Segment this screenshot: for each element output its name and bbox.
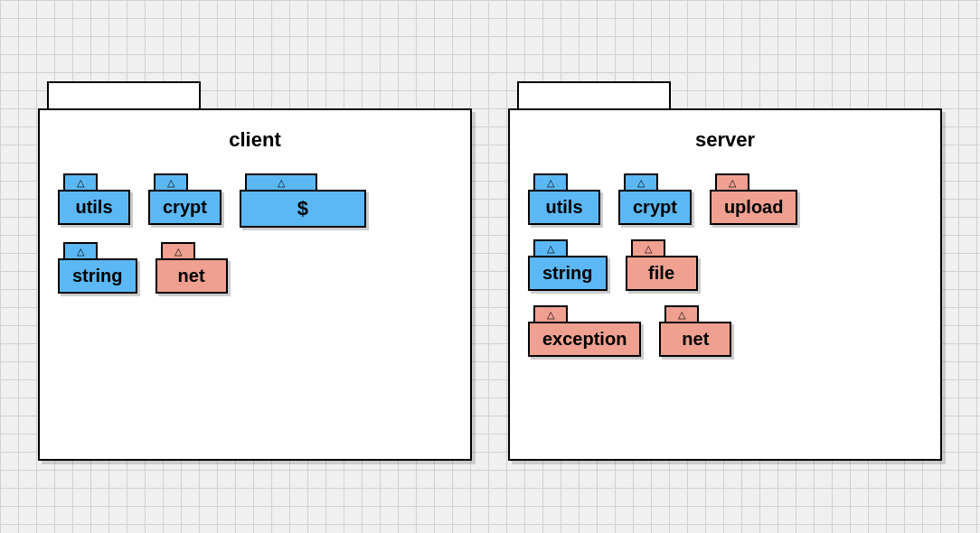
client-module-crypt-tab xyxy=(154,173,188,190)
server-package-title: server xyxy=(528,128,922,152)
server-module-file: file xyxy=(626,239,698,291)
client-module-net-body: net xyxy=(155,258,228,294)
server-module-net-body: net xyxy=(659,322,731,357)
client-module-utils-body: utils xyxy=(58,190,130,225)
server-package-tab xyxy=(517,81,671,108)
client-module-utils: utils xyxy=(58,173,130,225)
client-module-string: string xyxy=(58,242,137,294)
client-module-utils-tab xyxy=(63,173,98,190)
server-module-string: string xyxy=(528,239,608,291)
server-module-crypt-tab xyxy=(624,173,658,190)
server-module-utils-body: utils xyxy=(528,190,600,225)
client-package-title: client xyxy=(58,128,452,152)
server-module-upload: upload xyxy=(710,173,798,225)
server-module-crypt-body: crypt xyxy=(618,190,692,225)
server-module-upload-tab xyxy=(715,173,749,190)
server-module-exception-body: exception xyxy=(528,322,641,357)
server-modules-grid: utils crypt upload string xyxy=(528,173,922,357)
client-row-0: utils crypt $ xyxy=(58,173,452,228)
diagram-container: client utils crypt $ xyxy=(38,81,942,461)
client-module-net-tab xyxy=(161,242,195,258)
server-row-1: string file xyxy=(528,239,922,291)
client-package-tab xyxy=(47,81,201,108)
server-module-file-tab xyxy=(631,239,665,256)
client-module-dollar-body: $ xyxy=(240,190,366,228)
client-package: client utils crypt $ xyxy=(38,81,472,461)
server-package-box: server utils crypt upload xyxy=(508,108,942,461)
server-module-upload-body: upload xyxy=(710,190,798,225)
server-module-exception: exception xyxy=(528,305,641,357)
client-package-box: client utils crypt $ xyxy=(38,108,472,461)
client-row-1: string net xyxy=(58,242,452,294)
client-module-string-body: string xyxy=(58,258,137,294)
client-modules-grid: utils crypt $ string xyxy=(58,173,452,294)
server-module-net-tab xyxy=(664,305,699,322)
server-module-string-body: string xyxy=(528,256,608,291)
server-row-2: exception net xyxy=(528,305,922,357)
server-package: server utils crypt upload xyxy=(508,81,942,461)
client-module-dollar-tab xyxy=(245,173,317,190)
server-module-utils-tab xyxy=(533,173,568,190)
client-module-net: net xyxy=(155,242,228,294)
client-module-crypt: crypt xyxy=(148,173,221,225)
server-module-utils: utils xyxy=(528,173,600,225)
client-module-string-tab xyxy=(63,242,98,258)
server-module-net: net xyxy=(659,305,731,357)
server-module-file-body: file xyxy=(626,256,698,291)
client-module-dollar: $ xyxy=(240,173,366,228)
server-module-string-tab xyxy=(533,239,568,256)
server-module-exception-tab xyxy=(533,305,568,322)
client-module-crypt-body: crypt xyxy=(148,190,221,225)
server-module-crypt: crypt xyxy=(618,173,692,225)
server-row-0: utils crypt upload xyxy=(528,173,922,225)
